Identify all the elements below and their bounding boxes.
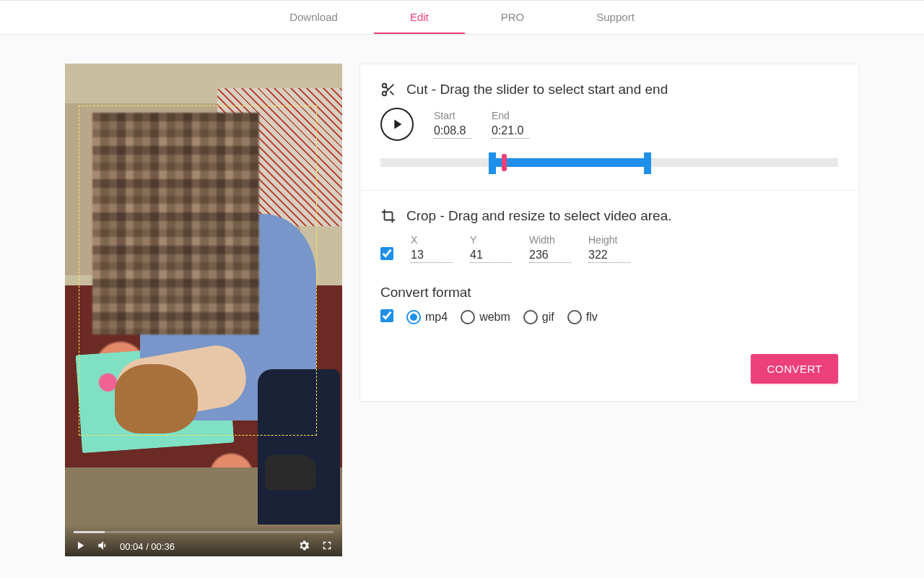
- format-row: mp4webmgifflv: [380, 309, 838, 325]
- radio-icon: [523, 310, 538, 324]
- video-time: 00:04 / 00:36: [120, 541, 175, 552]
- format-radio-flv[interactable]: flv: [567, 310, 598, 324]
- crop-heading: Crop - Drag and resize to select video a…: [380, 208, 838, 224]
- settings-icon[interactable]: [297, 539, 310, 552]
- start-value[interactable]: 0:08.8: [434, 124, 471, 139]
- format-label: mp4: [425, 311, 448, 324]
- format-heading: Convert format: [380, 285, 838, 301]
- cut-slider[interactable]: [380, 154, 838, 168]
- slider-playhead[interactable]: [502, 154, 507, 171]
- radio-icon: [461, 310, 475, 324]
- format-label: flv: [586, 311, 598, 324]
- video-controls: 00:04 / 00:36: [65, 525, 342, 556]
- convert-button[interactable]: CONVERT: [751, 354, 838, 384]
- volume-icon[interactable]: [97, 539, 110, 552]
- edit-panel: Cut - Drag the slider to select start an…: [359, 64, 859, 402]
- radio-icon: [406, 310, 421, 324]
- end-label: End: [492, 110, 529, 121]
- top-nav: Download Edit PRO Support: [0, 0, 924, 35]
- radio-icon: [567, 310, 582, 324]
- start-label: Start: [434, 110, 471, 121]
- nav-edit[interactable]: Edit: [374, 1, 465, 34]
- nav-pro[interactable]: PRO: [465, 1, 561, 34]
- format-radio-webm[interactable]: webm: [461, 310, 510, 324]
- crop-icon: [380, 208, 396, 224]
- end-value[interactable]: 0:21.0: [492, 124, 529, 139]
- width-label: Width: [529, 234, 571, 246]
- format-radio-mp4[interactable]: mp4: [406, 310, 448, 324]
- crop-title-text: Crop - Drag and resize to select video a…: [406, 208, 672, 224]
- crop-enable-checkbox[interactable]: [380, 247, 393, 260]
- svg-point-0: [383, 84, 387, 88]
- width-value[interactable]: 236: [529, 249, 571, 263]
- slider-range[interactable]: [492, 158, 648, 167]
- x-value[interactable]: 13: [411, 249, 453, 263]
- fullscreen-icon[interactable]: [321, 539, 334, 552]
- format-label: webm: [479, 311, 510, 324]
- format-radio-gif[interactable]: gif: [523, 310, 554, 324]
- divider: [360, 190, 858, 191]
- cut-heading: Cut - Drag the slider to select start an…: [380, 82, 838, 98]
- video-content: [65, 64, 342, 556]
- y-label: Y: [470, 234, 512, 246]
- height-value[interactable]: 322: [588, 249, 630, 263]
- x-label: X: [411, 234, 453, 246]
- play-icon[interactable]: [74, 539, 87, 552]
- slider-handle-start[interactable]: [489, 152, 496, 174]
- height-label: Height: [588, 234, 630, 246]
- svg-point-1: [383, 92, 387, 96]
- slider-handle-end[interactable]: [644, 152, 651, 174]
- nav-download[interactable]: Download: [253, 1, 374, 34]
- scissors-icon: [380, 82, 396, 98]
- video-preview-column: 00:04 / 00:36: [65, 64, 342, 556]
- format-enable-checkbox[interactable]: [380, 309, 393, 322]
- svg-line-3: [390, 91, 393, 95]
- play-preview-button[interactable]: [380, 108, 414, 141]
- video-preview[interactable]: 00:04 / 00:36: [65, 64, 342, 556]
- y-value[interactable]: 41: [470, 249, 512, 263]
- svg-line-4: [385, 87, 388, 90]
- nav-support[interactable]: Support: [560, 1, 671, 34]
- cut-title-text: Cut - Drag the slider to select start an…: [406, 82, 668, 98]
- format-label: gif: [542, 311, 554, 324]
